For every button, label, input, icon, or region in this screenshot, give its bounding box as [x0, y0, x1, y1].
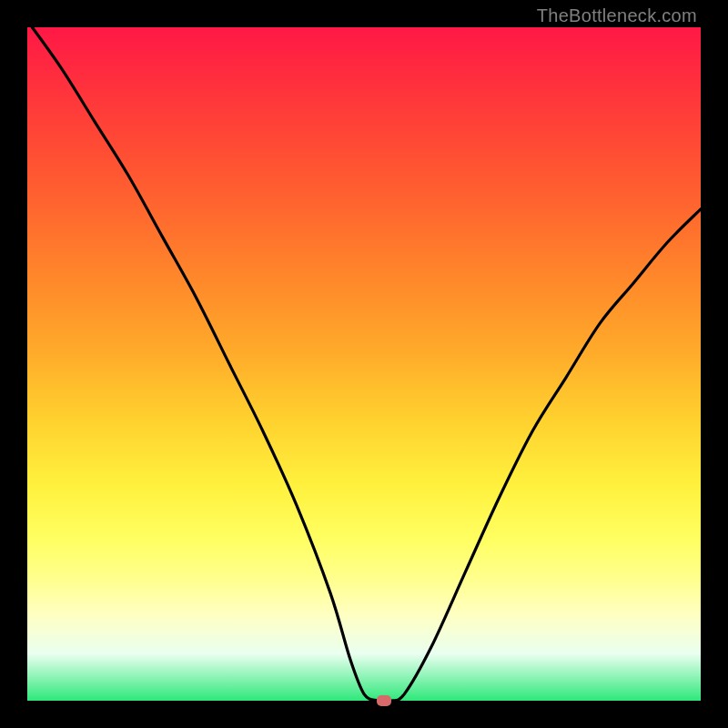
chart-plot-area	[27, 27, 701, 701]
chart-frame: TheBottleneck.com	[0, 0, 728, 728]
optimum-marker	[377, 695, 391, 706]
watermark-text: TheBottleneck.com	[537, 5, 697, 26]
